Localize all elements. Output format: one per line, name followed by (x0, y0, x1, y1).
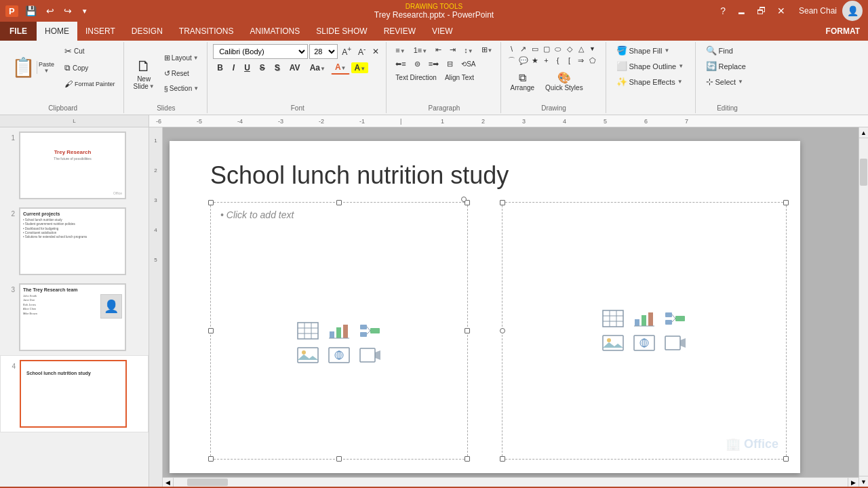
paste-button[interactable]: 📋 Paste ▼ (7, 54, 59, 93)
font-shrink-button[interactable]: A- (355, 43, 368, 59)
align-right-button[interactable]: ≡➡ (425, 58, 442, 70)
handle-ml[interactable] (208, 328, 214, 333)
tab-slideshow[interactable]: SLIDE SHOW (308, 22, 375, 41)
change-case-button[interactable]: Aa▼ (306, 61, 330, 75)
strikethrough-button[interactable]: S (256, 61, 269, 75)
layout-button[interactable]: ⊞ Layout ▼ (160, 51, 203, 65)
shape-arrow-icon[interactable]: ↗ (518, 43, 529, 54)
slide-thumbnail-1[interactable]: 1 Trey Research The future of possibilit… (0, 127, 149, 203)
shadow-button[interactable]: S (271, 61, 284, 75)
align-left-button[interactable]: ⬅≡ (392, 58, 409, 70)
format-painter-button[interactable]: 🖌 Format Painter (60, 77, 119, 92)
numbering-button[interactable]: 1≡▼ (410, 44, 431, 56)
restore-icon[interactable]: 🗗 (754, 4, 769, 18)
table-icon-left[interactable] (296, 321, 320, 340)
save-icon[interactable]: 💾 (22, 4, 39, 18)
tab-transitions[interactable]: TRANSITIONS (171, 22, 242, 41)
handle-bm[interactable] (336, 456, 342, 462)
bullets-button[interactable]: ≡▼ (392, 44, 408, 56)
shape-star-icon[interactable]: ★ (530, 55, 540, 66)
tab-design[interactable]: DESIGN (123, 22, 171, 41)
shape-more-icon[interactable]: ▼ (587, 43, 598, 54)
scroll-thumb-v[interactable] (860, 159, 867, 186)
tab-view[interactable]: VIEW (424, 22, 461, 41)
customize-icon[interactable]: ▼ (79, 6, 91, 16)
text-direction-button[interactable]: Text Direction (392, 72, 440, 83)
video-icon-left[interactable] (358, 346, 382, 365)
shape-effects-button[interactable]: ✨ Shape Effects ▼ (612, 75, 688, 89)
center-button[interactable]: ⊜ (411, 58, 424, 70)
copy-button[interactable]: ⧉ Copy (60, 60, 119, 75)
content-box-right[interactable] (502, 202, 787, 460)
font-grow-button[interactable]: A+ (339, 43, 354, 59)
rotate-handle-left[interactable] (461, 197, 467, 202)
help-icon[interactable]: ? (717, 4, 728, 18)
scroll-up-button[interactable]: ▲ (859, 127, 868, 138)
smartart-icon-right[interactable] (663, 309, 688, 328)
handle-r-br[interactable] (783, 456, 789, 462)
arrange-button[interactable]: ⧉ Arrange (507, 69, 539, 92)
align-text-button[interactable]: Align Text (441, 72, 477, 83)
picture-icon-right[interactable] (601, 333, 625, 352)
shape-oval-icon[interactable]: ⬭ (553, 43, 564, 54)
justify-button[interactable]: ⊟ (443, 58, 456, 70)
undo-icon[interactable]: ↩ (43, 4, 57, 18)
shape-fill-button[interactable]: 🪣 Shape Fill ▼ (612, 43, 675, 58)
handle-tm[interactable] (336, 200, 342, 205)
handle-mr[interactable] (465, 328, 470, 333)
handle-bl[interactable] (208, 456, 214, 462)
line-spacing-button[interactable]: ↕▼ (460, 44, 476, 56)
scroll-down-button[interactable]: ▼ (859, 476, 868, 487)
shape-block-arrow-icon[interactable]: ⇒ (576, 55, 587, 66)
rotate-handle-right[interactable] (500, 328, 505, 333)
section-button[interactable]: § Section ▼ (160, 82, 203, 96)
shape-freeform-icon[interactable]: ⌒ (507, 55, 517, 66)
replace-button[interactable]: 🔄 Replace (701, 59, 751, 73)
slide-title[interactable]: School lunch nutrition study (210, 161, 760, 190)
video-icon-right[interactable] (663, 333, 688, 352)
tab-file[interactable]: FILE (0, 22, 37, 41)
increase-indent-button[interactable]: ⇥ (446, 43, 459, 56)
canvas-area[interactable]: 1 2 3 4 5 School lunch nutrition study •… (149, 127, 868, 487)
shape-rect-icon[interactable]: ▭ (530, 43, 540, 54)
highlight-button[interactable]: A▼ (351, 62, 368, 73)
tab-animations[interactable]: ANIMATIONS (241, 22, 308, 41)
tab-home[interactable]: HOME (37, 22, 77, 41)
scroll-left-button[interactable]: ◀ (163, 478, 174, 487)
shape-callout-icon[interactable]: 💬 (518, 55, 529, 66)
handle-r-tr[interactable] (783, 200, 789, 205)
content-placeholder-left[interactable]: • Click to add text (211, 203, 467, 227)
online-picture-icon-right[interactable] (632, 333, 656, 352)
smartart-icon-left[interactable] (358, 321, 382, 340)
find-button[interactable]: 🔍 Find (701, 43, 738, 58)
char-spacing-button[interactable]: AV (285, 61, 304, 75)
select-button[interactable]: ⊹ Select ▼ (701, 75, 749, 89)
underline-button[interactable]: U (240, 61, 254, 75)
minimize-icon[interactable]: 🗕 (734, 4, 749, 18)
content-box-left[interactable]: • Click to add text (210, 202, 468, 460)
shape-outline-button[interactable]: ⬜ Shape Outline ▼ (612, 59, 689, 73)
font-color-button[interactable]: A▼ (331, 60, 351, 75)
handle-r-bl[interactable] (500, 456, 505, 462)
shape-plus-icon[interactable]: + (541, 55, 552, 66)
bold-button[interactable]: B (213, 61, 227, 75)
chart-icon-left[interactable] (327, 321, 351, 340)
scrollbar-vertical[interactable]: ▲ ▼ (859, 127, 868, 487)
slide-thumbnail-2[interactable]: 2 Current projects • School lunch nutrit… (0, 203, 149, 279)
close-icon[interactable]: ✕ (774, 4, 788, 18)
italic-button[interactable]: I (229, 61, 239, 75)
handle-tl[interactable] (208, 200, 214, 205)
tab-review[interactable]: REVIEW (376, 22, 424, 41)
reset-button[interactable]: ↺ Reset (160, 66, 203, 81)
shape-bracket-icon[interactable]: [ (564, 55, 575, 66)
shape-pentagon-icon[interactable]: ⬠ (587, 55, 598, 66)
slide-thumbnail-3[interactable]: 3 The Trey Research team John Smith Jane… (0, 279, 149, 355)
slide-canvas[interactable]: School lunch nutrition study • Click to … (170, 141, 800, 473)
clear-format-button[interactable]: ✕ (370, 45, 382, 58)
table-icon-right[interactable] (601, 309, 625, 328)
font-size-select[interactable]: 28 (309, 44, 338, 59)
redo-icon[interactable]: ↪ (61, 4, 75, 18)
handle-br[interactable] (465, 456, 470, 462)
cut-button[interactable]: ✂ Cut (60, 43, 119, 59)
slide-thumbnail-4[interactable]: 4 School lunch nutrition study (0, 355, 149, 432)
